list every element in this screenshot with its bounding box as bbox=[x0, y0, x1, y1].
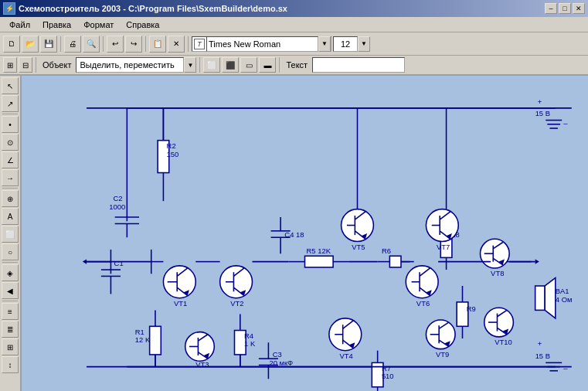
font-icon: T bbox=[194, 39, 205, 49]
zoom-out-tool[interactable]: ◀ bbox=[2, 282, 19, 299]
text-label: Текст bbox=[283, 60, 311, 70]
preview-button[interactable]: 🔍 bbox=[83, 36, 100, 53]
text-input[interactable] bbox=[312, 57, 405, 73]
app-icon: ⚡ bbox=[3, 2, 15, 15]
delete-button[interactable]: ✕ bbox=[168, 36, 185, 53]
svg-text:R5 12K: R5 12K bbox=[307, 246, 331, 255]
separator-3 bbox=[145, 36, 146, 52]
print-button[interactable]: 🖨 bbox=[64, 36, 81, 53]
separator-2 bbox=[103, 36, 104, 52]
svg-point-55 bbox=[220, 266, 253, 298]
lt-sep-1 bbox=[2, 114, 18, 114]
group-tool[interactable]: ⊞ bbox=[2, 338, 19, 355]
font-size-display[interactable]: 12 bbox=[333, 36, 358, 52]
menu-format[interactable]: Формат bbox=[77, 19, 120, 31]
svg-text:VT5: VT5 bbox=[352, 243, 365, 251]
layer-tool[interactable]: ≣ bbox=[2, 321, 19, 338]
zoom-in-tool[interactable]: ◈ bbox=[2, 264, 19, 281]
svg-point-89 bbox=[329, 318, 362, 351]
rect-tool[interactable]: ⬜ bbox=[2, 226, 19, 243]
font-size-dropdown-button[interactable]: ▼ bbox=[358, 36, 370, 52]
separator-4 bbox=[188, 36, 189, 52]
font-dropdown-button[interactable]: ▼ bbox=[318, 36, 331, 52]
left-toolbar: ↖ ↗ • ⊙ ∠ → ⊕ A ⬜ ○ ◈ ◀ ≡ ≣ ⊞ ↕ bbox=[0, 76, 22, 391]
flip-tool[interactable]: ↕ bbox=[2, 356, 19, 373]
svg-text:510: 510 bbox=[382, 372, 394, 380]
svg-text:VT4: VT4 bbox=[339, 352, 352, 360]
svg-text:VT6: VT6 bbox=[416, 299, 430, 308]
circuit-canvas[interactable]: text { font-family: Arial, sans-serif; f… bbox=[22, 76, 588, 391]
svg-text:C2: C2 bbox=[114, 194, 123, 202]
align-center-button[interactable]: ⬛ bbox=[222, 57, 239, 73]
svg-text:15 В: 15 В bbox=[535, 352, 550, 360]
title-bar: ⚡ Схемопостроитель 2003 - C:\Program Fil… bbox=[0, 0, 588, 17]
svg-text:R2: R2 bbox=[167, 141, 176, 150]
svg-rect-148 bbox=[535, 286, 546, 310]
open-button[interactable]: 📂 bbox=[22, 36, 39, 53]
svg-text:R7: R7 bbox=[382, 364, 391, 372]
new-button[interactable]: 🗋 bbox=[3, 36, 20, 53]
menu-help[interactable]: Справка bbox=[120, 19, 165, 31]
svg-text:C4 18: C4 18 bbox=[284, 230, 304, 239]
select-tool[interactable]: ↖ bbox=[2, 77, 19, 94]
window-title: Схемопостроитель 2003 - C:\Program Files… bbox=[19, 4, 287, 13]
svg-text:R6: R6 bbox=[382, 246, 391, 255]
snap-toggle-button[interactable]: ⊟ bbox=[19, 57, 32, 73]
menu-edit[interactable]: Правка bbox=[36, 19, 77, 31]
main-area: ↖ ↗ • ⊙ ∠ → ⊕ A ⬜ ○ ◈ ◀ ≡ ≣ ⊞ ↕ text { f… bbox=[0, 76, 588, 391]
font-name-display: Times New Roman bbox=[206, 36, 318, 52]
save-button[interactable]: 💾 bbox=[40, 36, 57, 53]
svg-text:VT8: VT8 bbox=[491, 269, 504, 277]
svg-text:VT9: VT9 bbox=[436, 350, 449, 359]
svg-rect-51 bbox=[150, 326, 161, 355]
svg-text:–: – bbox=[563, 364, 568, 372]
separator-5 bbox=[36, 57, 36, 73]
svg-text:BA1: BA1 bbox=[556, 287, 569, 295]
close-button[interactable]: ✕ bbox=[573, 3, 585, 14]
svg-rect-74 bbox=[305, 256, 334, 267]
object-toolbar: ⊞ ⊟ Объект Выделить, переместить ▼ ⬜ ⬛ ▭… bbox=[0, 56, 588, 76]
svg-text:R9: R9 bbox=[467, 304, 476, 313]
object-type-select[interactable]: Выделить, переместить bbox=[76, 57, 184, 73]
svg-text:R1: R1 bbox=[135, 328, 144, 336]
bus-tool[interactable]: ⊙ bbox=[2, 134, 19, 151]
minimize-button[interactable]: – bbox=[545, 3, 557, 14]
text-tool[interactable]: A bbox=[2, 208, 19, 225]
circle-tool[interactable]: ○ bbox=[2, 243, 19, 260]
align-right-button[interactable]: ▭ bbox=[240, 57, 257, 73]
svg-text:–: – bbox=[563, 119, 568, 128]
svg-point-105 bbox=[406, 266, 438, 298]
undo-button[interactable]: ↩ bbox=[107, 36, 124, 53]
main-toolbar: 🗋 📂 💾 🖨 🔍 ↩ ↪ 📋 ✕ T Times New Roman ▼ 12… bbox=[0, 32, 588, 56]
line-tool[interactable]: ∠ bbox=[2, 151, 19, 168]
svg-text:1 K: 1 K bbox=[244, 339, 256, 348]
lt-sep-3 bbox=[2, 262, 18, 263]
svg-text:VT7: VT7 bbox=[437, 243, 450, 251]
svg-text:VT1: VT1 bbox=[174, 299, 187, 308]
maximize-button[interactable]: □ bbox=[559, 3, 571, 14]
menu-file[interactable]: Файл bbox=[3, 19, 36, 31]
copy-button[interactable]: 📋 bbox=[149, 36, 166, 53]
separator-1 bbox=[60, 36, 61, 52]
component-tool[interactable]: ⊕ bbox=[2, 190, 19, 207]
object-dropdown-button[interactable]: ▼ bbox=[184, 57, 196, 73]
wire-tool[interactable]: • bbox=[2, 116, 19, 133]
lt-sep-2 bbox=[2, 188, 18, 189]
arrow-tool[interactable]: → bbox=[2, 169, 19, 186]
svg-text:VT10: VT10 bbox=[495, 338, 512, 346]
grid-toggle-button[interactable]: ⊞ bbox=[3, 57, 17, 73]
svg-text:1000: 1000 bbox=[109, 202, 125, 211]
svg-text:+: + bbox=[538, 339, 542, 348]
svg-text:C3: C3 bbox=[273, 350, 282, 359]
lt-sep-4 bbox=[2, 301, 18, 301]
grid-tool[interactable]: ≡ bbox=[2, 303, 19, 320]
redo-button[interactable]: ↪ bbox=[125, 36, 142, 53]
align-top-button[interactable]: ▬ bbox=[259, 57, 276, 73]
align-left-button[interactable]: ⬜ bbox=[203, 57, 220, 73]
svg-rect-97 bbox=[389, 256, 401, 267]
window-controls: – □ ✕ bbox=[545, 3, 585, 14]
svg-point-82 bbox=[342, 209, 374, 242]
svg-point-127 bbox=[426, 209, 458, 242]
menu-bar: Файл Правка Формат Справка bbox=[0, 17, 588, 32]
move-tool[interactable]: ↗ bbox=[2, 95, 19, 112]
